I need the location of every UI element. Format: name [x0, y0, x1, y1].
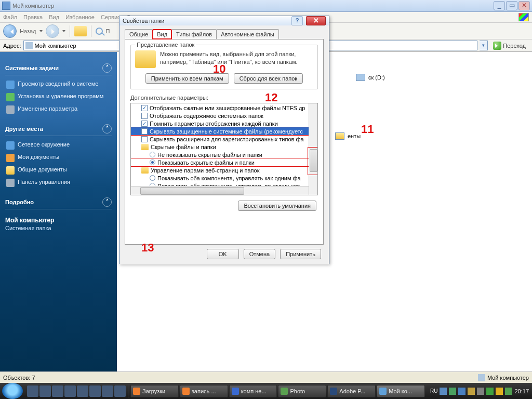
ql-icon[interactable]: [102, 385, 113, 397]
advanced-tree[interactable]: Отображать сжатые или зашифрованные файл…: [130, 103, 318, 195]
sidebar-item[interactable]: Сетевое окружение: [5, 139, 112, 152]
back-button[interactable]: [3, 24, 17, 38]
chevron-up-icon[interactable]: ˄: [102, 124, 112, 134]
task-icon: [330, 388, 337, 395]
sidebar-item[interactable]: Общие документы: [5, 164, 112, 177]
tree-item[interactable]: Управление парами веб-страниц и папок: [131, 166, 317, 174]
menu-tools[interactable]: Сервис: [101, 14, 121, 20]
tab-filetypes[interactable]: Типы файлов: [171, 29, 217, 39]
sidebar-item[interactable]: Установка и удаление программ: [5, 91, 112, 103]
language-indicator[interactable]: RU: [430, 388, 437, 394]
address-value: Мой компьютер: [35, 43, 76, 49]
ql-icon[interactable]: [77, 385, 88, 397]
tree-item[interactable]: Показывать оба компонента, управлять как…: [131, 174, 317, 182]
help-button[interactable]: ?: [291, 16, 303, 25]
tree-item[interactable]: Отображать сжатые или зашифрованные файл…: [131, 104, 317, 112]
tree-item[interactable]: Не показывать скрытые файлы и папки: [131, 151, 317, 158]
menu-fav[interactable]: Избранное: [65, 14, 95, 20]
minimize-button[interactable]: _: [494, 1, 505, 10]
apply-all-button[interactable]: Применить ко всем папкам: [145, 73, 229, 84]
back-dropdown-icon[interactable]: [39, 30, 43, 34]
radio[interactable]: [150, 159, 155, 165]
up-folder-icon[interactable]: [74, 26, 87, 36]
restore-defaults-button[interactable]: Восстановить умолчания: [238, 201, 316, 211]
titlebar[interactable]: Мой компьютер _ ▭ ✕: [0, 0, 532, 12]
task-button[interactable]: запись ...: [180, 385, 228, 397]
menu-edit[interactable]: Правка: [23, 14, 43, 20]
tab-offline[interactable]: Автономные файлы: [216, 29, 279, 39]
go-button[interactable]: Переход: [490, 42, 529, 50]
tree-item[interactable]: Показывать скрытые файлы и папки: [131, 158, 317, 166]
tray-icon[interactable]: [496, 388, 503, 395]
tray-icon[interactable]: [486, 388, 494, 395]
tree-item-label: Скрытые файлы и папки: [151, 144, 216, 150]
dialog-titlebar[interactable]: Свойства папки ? ✕: [119, 16, 329, 25]
go-arrow-icon: [493, 42, 501, 50]
radio[interactable]: [150, 152, 155, 157]
sidebar-item[interactable]: Мои документы: [5, 152, 112, 164]
menu-file[interactable]: Файл: [3, 14, 17, 20]
scrollbar-thumb[interactable]: [310, 149, 317, 172]
task-button[interactable]: Adobe P...: [327, 385, 376, 397]
ql-icon[interactable]: [89, 385, 101, 397]
sidebar-item[interactable]: Изменение параметра: [5, 103, 112, 116]
clock[interactable]: 20:17: [514, 388, 529, 394]
chevron-up-icon[interactable]: ˄: [102, 197, 112, 207]
tree-item[interactable]: Скрывать расширения для зарегистрированн…: [131, 135, 317, 143]
tree-item[interactable]: Помнить параметры отображения каждой пап…: [131, 119, 317, 127]
tray-icon[interactable]: [458, 388, 466, 395]
tree-item[interactable]: Скрывать защищенные системные файлы (рек…: [131, 127, 317, 135]
start-button[interactable]: [2, 383, 23, 399]
window-title: Мой компьютер: [12, 3, 494, 9]
scrollbar-thumb[interactable]: [140, 187, 244, 195]
tray-icon[interactable]: [505, 388, 512, 395]
address-dropdown-icon[interactable]: ▾: [480, 41, 488, 50]
tray-icon[interactable]: [477, 388, 484, 395]
system-tray[interactable]: RU 20:17: [427, 388, 532, 395]
ql-icon[interactable]: [64, 385, 76, 397]
checkbox[interactable]: [141, 121, 148, 127]
control-panel-icon: [6, 179, 15, 187]
tab-general[interactable]: Общие: [125, 29, 153, 39]
scrollbar-horizontal[interactable]: [131, 186, 309, 195]
sidebar-item[interactable]: Просмотр сведений о системе: [5, 78, 112, 91]
sidebar-item[interactable]: Панель управления: [5, 177, 112, 189]
tray-icon[interactable]: [440, 388, 447, 395]
tray-icon[interactable]: [468, 388, 475, 395]
forward-dropdown-icon[interactable]: [62, 30, 65, 34]
task-button[interactable]: комп не...: [229, 385, 277, 397]
checkbox[interactable]: [141, 113, 148, 119]
sidebar-header[interactable]: Подробно ˄: [5, 195, 112, 209]
tab-view[interactable]: Вид: [152, 29, 172, 39]
checkbox[interactable]: [141, 136, 148, 142]
list-item[interactable]: ск (D:): [356, 74, 385, 81]
sidebar-header[interactable]: Системные задачи ˄: [5, 61, 112, 75]
tree-item[interactable]: Отображать содержимое системных папок: [131, 112, 317, 119]
ql-icon[interactable]: [27, 385, 38, 397]
tree-item[interactable]: Скрытые файлы и папки: [131, 143, 317, 151]
sidebar-header[interactable]: Другие места ˄: [5, 122, 112, 136]
maximize-button[interactable]: ▭: [506, 1, 517, 10]
scrollbar-vertical[interactable]: [309, 103, 317, 195]
task-button[interactable]: Мой ко...: [377, 385, 425, 397]
forward-button[interactable]: [46, 24, 59, 38]
list-item[interactable]: енты: [335, 132, 361, 140]
ok-button[interactable]: OK: [207, 249, 239, 259]
checkbox[interactable]: [141, 105, 148, 111]
apply-button[interactable]: Применить: [280, 249, 321, 259]
close-button[interactable]: ✕: [518, 1, 530, 10]
reset-all-button[interactable]: Сброс для всех папок: [234, 73, 303, 84]
menu-view[interactable]: Вид: [49, 14, 59, 20]
cancel-button[interactable]: Отмена: [244, 249, 275, 259]
task-button[interactable]: Загрузки: [130, 385, 179, 397]
close-button[interactable]: ✕: [306, 16, 326, 25]
task-button[interactable]: Photo: [278, 385, 326, 397]
ql-icon[interactable]: [39, 385, 51, 397]
checkbox[interactable]: [141, 128, 148, 135]
ql-icon[interactable]: [52, 385, 63, 397]
search-icon[interactable]: [96, 28, 103, 35]
chevron-up-icon[interactable]: ˄: [102, 63, 112, 73]
tray-icon[interactable]: [449, 388, 456, 395]
radio[interactable]: [150, 175, 155, 181]
ql-icon[interactable]: [114, 385, 126, 397]
